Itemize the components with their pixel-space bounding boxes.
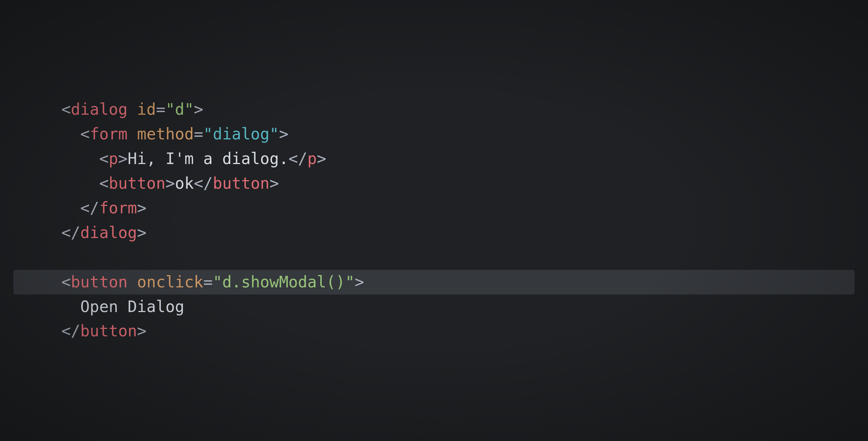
code-line: Open Dialog <box>13 294 855 319</box>
angle-bracket: < <box>61 273 71 291</box>
angle-bracket: > <box>269 174 279 192</box>
attr-value: d <box>175 100 184 118</box>
code-line: <p>Hi, I'm a dialog.</p> <box>13 147 855 171</box>
attr-value: dialog <box>213 125 270 143</box>
angle-bracket: </ <box>80 199 100 217</box>
angle-bracket: > <box>317 149 326 168</box>
attr-name: onclick <box>137 273 203 291</box>
angle-bracket: > <box>165 174 175 192</box>
attr-value: d.showModal() <box>222 273 345 291</box>
code-line: <button>ok</button> <box>13 171 855 196</box>
quote: " <box>269 125 279 143</box>
angle-bracket: > <box>137 199 146 217</box>
text-content: ok <box>175 174 194 192</box>
tag-name: form <box>90 125 128 143</box>
angle-bracket: > <box>137 223 146 242</box>
text-content: Hi, I'm a dialog. <box>128 149 288 168</box>
tag-name: dialog <box>71 100 128 118</box>
code-editor[interactable]: <dialog id="d"> <form method="dialog"> <… <box>13 97 855 343</box>
tag-name: dialog <box>80 223 137 242</box>
angle-bracket: < <box>99 149 109 168</box>
text-content: Open Dialog <box>80 297 184 316</box>
angle-bracket: > <box>355 273 364 291</box>
tag-name: button <box>80 322 137 340</box>
tag-name: button <box>71 273 128 291</box>
tag-name: button <box>213 174 270 192</box>
angle-bracket: </ <box>288 149 308 168</box>
angle-bracket: > <box>118 149 128 168</box>
code-line: <dialog id="d"> <box>13 97 855 122</box>
code-line: </button> <box>13 319 855 343</box>
equals: = <box>194 125 203 143</box>
angle-bracket: < <box>99 174 109 192</box>
angle-bracket: </ <box>194 174 213 192</box>
angle-bracket: </ <box>61 322 80 340</box>
angle-bracket: < <box>80 125 90 143</box>
equals: = <box>156 100 165 118</box>
angle-bracket: > <box>137 322 146 340</box>
equals: = <box>203 273 213 291</box>
tag-name: button <box>109 174 165 192</box>
code-line-highlighted: <button onclick="d.showModal()"> <box>13 270 855 294</box>
tag-name: form <box>99 199 137 217</box>
quote: " <box>345 273 355 291</box>
code-line: </form> <box>13 196 855 220</box>
quote: " <box>213 273 222 291</box>
quote: " <box>165 100 175 118</box>
tag-name: p <box>308 149 317 168</box>
tag-name: p <box>109 149 118 168</box>
angle-bracket: < <box>61 100 71 118</box>
code-line: </dialog> <box>13 220 855 245</box>
quote: " <box>203 125 213 143</box>
code-line-blank <box>13 245 855 270</box>
code-line: <form method="dialog"> <box>13 122 855 147</box>
angle-bracket: > <box>194 100 203 118</box>
quote: " <box>184 100 194 118</box>
angle-bracket: > <box>279 125 288 143</box>
attr-name: method <box>137 125 194 143</box>
attr-name: id <box>137 100 156 118</box>
angle-bracket: </ <box>61 223 80 242</box>
